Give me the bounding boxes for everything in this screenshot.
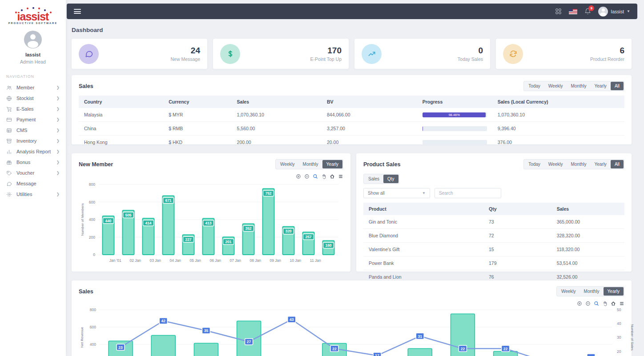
sidebar-item-inventory[interactable]: Inventory❯ [0,136,66,146]
filter-weekly[interactable]: Weekly [276,160,299,168]
navbar-username: Iassist [611,9,624,14]
bar-chart-icon [6,148,12,155]
top-navbar: 9 Iassist ▼ [67,4,637,19]
apps-grid-icon[interactable] [555,8,562,15]
chevron-right-icon: ❯ [56,192,60,196]
sidebar-item-voucher[interactable]: Voucher❯ [0,168,66,178]
avatar [24,31,42,48]
svg-text:17: 17 [375,353,379,356]
sidebar-item-cms[interactable]: CMS❯ [0,125,66,136]
svg-text:Number of Members: Number of Members [80,204,85,236]
cell-sales: 32,526.00 [551,270,624,284]
cell-qty: 179 [483,256,551,270]
filter-monthly[interactable]: Monthly [299,160,322,168]
filter-weekly[interactable]: Weekly [544,82,567,90]
filter-monthly[interactable]: Monthly [567,160,590,168]
zoom-out-icon[interactable] [585,301,591,306]
cell-qty: 73 [483,215,551,229]
filter-yearly[interactable]: Yearly [322,160,342,168]
chevron-right-icon: ❯ [56,160,60,164]
filter-today[interactable]: Today [524,160,544,168]
search-input[interactable] [435,188,501,198]
svg-text:201: 201 [225,240,231,244]
filter-all[interactable]: All [611,82,624,90]
sidebar-item-message[interactable]: Message [0,178,66,189]
toggle-qty[interactable]: Qty [383,175,398,183]
card-title: Sales [79,288,93,295]
svg-text:42: 42 [161,319,166,323]
zoom-in-icon[interactable] [296,174,301,179]
zoom-out-icon[interactable] [304,174,310,179]
language-flag-icon[interactable] [569,9,577,14]
pan-icon[interactable] [602,301,608,306]
filter-today[interactable]: Today [524,82,544,90]
chevron-down-icon: ▼ [422,191,426,195]
sidebar-item-analysis-report[interactable]: Analysis Report❯ [0,146,66,157]
svg-text:400: 400 [89,217,95,222]
progress-bar [423,140,487,145]
sidebar-item-label: Utilities [16,192,32,197]
svg-text:414: 414 [145,221,151,225]
chevron-right-icon: ❯ [56,139,60,143]
filter-monthly[interactable]: Monthly [580,287,604,296]
filter-monthly[interactable]: Monthly [567,82,590,90]
filter-yearly[interactable]: Yearly [604,287,624,296]
svg-text:400: 400 [90,342,96,347]
svg-text:07 Jan: 07 Jan [229,258,241,263]
zoom-in-icon[interactable] [577,301,582,306]
progress-bar: 98.46% [423,112,487,117]
filter-yearly[interactable]: Yearly [590,82,610,90]
column-header: Sales [551,203,624,215]
sales-chart-card: Sales WeeklyMonthlyYearly 02004006008001… [72,280,632,356]
filter-all[interactable]: All [611,160,624,168]
cell-sales: 328,320.00 [551,229,624,243]
svg-text:09 Jan: 09 Jan [270,258,281,263]
cell-local-sales: 376.00 [492,136,624,149]
svg-text:08 Jan: 08 Jan [250,258,261,263]
svg-text:227: 227 [185,237,191,242]
svg-text:320: 320 [285,229,291,233]
svg-text:27: 27 [247,340,251,344]
selection-zoom-icon[interactable] [313,174,318,179]
cell-qty: 72 [483,229,551,243]
notifications-bell-icon[interactable]: 9 [584,8,591,15]
sidebar-item-label: Bonus [16,160,30,165]
sidebar-item-member[interactable]: Member❯ [0,82,66,93]
sidebar-item-e-sales[interactable]: E-Sales❯ [0,104,66,114]
sidebar-item-bonus[interactable]: Bonus❯ [0,157,66,168]
tag-icon [6,170,12,176]
menu-icon[interactable] [338,174,343,179]
user-menu[interactable]: Iassist ▼ [598,7,630,16]
svg-text:22: 22 [503,347,508,351]
sidebar-item-payment[interactable]: Payment❯ [0,114,66,125]
cell-currency: $ HKD [163,136,231,149]
sidebar-item-utilities[interactable]: Utilities❯ [0,189,66,200]
menu-toggle-icon[interactable] [74,9,81,14]
filter-weekly[interactable]: Weekly [557,287,580,296]
selection-zoom-icon[interactable] [594,301,599,306]
chevron-right-icon: ❯ [56,85,60,90]
home-icon[interactable] [611,301,616,306]
menu-icon[interactable] [619,301,624,306]
toggle-sales[interactable]: Sales [364,175,383,183]
home-icon[interactable] [330,174,335,179]
pan-icon[interactable] [321,174,326,179]
cell-product: Blue Diamond [363,229,483,243]
sidebar-item-stockist[interactable]: Stockist❯ [0,93,66,104]
filter-weekly[interactable]: Weekly [544,160,567,168]
cell-bv: 844,066.00 [322,108,417,122]
chevron-right-icon: ❯ [56,107,60,111]
svg-text:505: 505 [125,213,131,217]
sidebar-item-label: E-Sales [16,106,34,112]
svg-text:10 Jan: 10 Jan [290,258,301,263]
users-icon [6,84,12,91]
filter-yearly[interactable]: Yearly [590,160,610,168]
show-all-select[interactable]: Show all ▼ [363,188,430,198]
cell-currency: $ MYR [163,108,231,122]
sidebar-item-label: CMS [16,128,27,133]
cell-local-sales: 1,070,360.10 [492,108,624,122]
svg-text:600: 600 [89,200,95,204]
profile-name: Iassist [0,52,66,57]
svg-text:0: 0 [93,252,95,257]
new-member-bar-chart: 0200400600800440505414671227413201352752… [79,179,343,267]
